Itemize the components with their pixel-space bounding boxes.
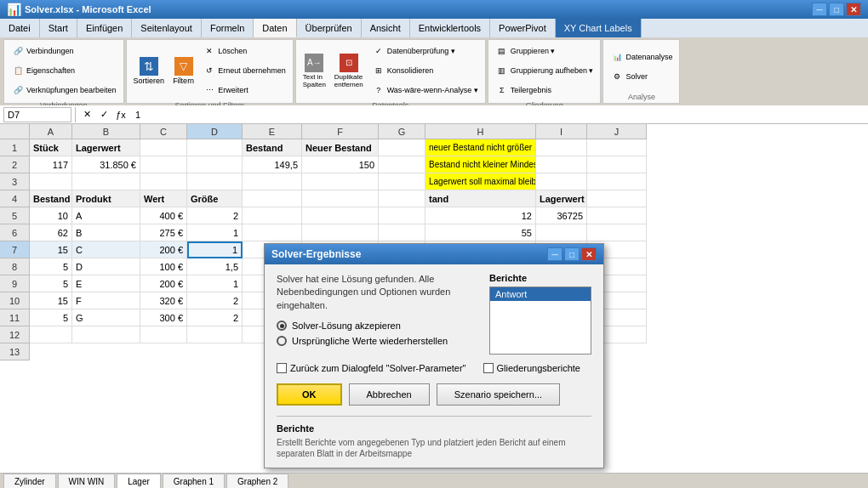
- cell-g2[interactable]: [379, 156, 425, 173]
- row-header-1[interactable]: 1: [0, 139, 30, 156]
- cell-b7[interactable]: C: [72, 241, 140, 258]
- col-header-f[interactable]: F: [302, 124, 379, 139]
- cell-e6[interactable]: [243, 224, 302, 241]
- cancel-formula-button[interactable]: ✕: [79, 107, 94, 122]
- row-header-12[interactable]: 12: [0, 326, 30, 343]
- cell-b11[interactable]: G: [72, 309, 140, 326]
- dialog-minimize-button[interactable]: ─: [547, 247, 562, 261]
- tab-datei[interactable]: Datei: [0, 19, 40, 37]
- cell-c7[interactable]: 200 €: [140, 241, 187, 258]
- btn-loschen[interactable]: ✕ Löschen: [199, 42, 289, 60]
- col-header-i[interactable]: I: [536, 124, 587, 139]
- cell-c9[interactable]: 200 €: [140, 275, 187, 292]
- cell-d12[interactable]: [187, 326, 243, 343]
- btn-verbindungen[interactable]: 🔗 Verbindungen: [8, 42, 120, 60]
- cell-g5[interactable]: [379, 207, 425, 224]
- reports-list[interactable]: Antwort: [489, 287, 591, 355]
- cell-b2[interactable]: 31.850 €: [72, 156, 140, 173]
- cell-j4[interactable]: [587, 190, 647, 207]
- maximize-button[interactable]: □: [829, 3, 844, 16]
- row-header-10[interactable]: 10: [0, 292, 30, 309]
- btn-filtern[interactable]: ▽ Filtern: [169, 54, 197, 88]
- cell-c11[interactable]: 300 €: [140, 309, 187, 326]
- cell-a2[interactable]: 117: [30, 156, 72, 173]
- cell-h5[interactable]: 12: [425, 207, 536, 224]
- tab-seitenlayout[interactable]: Seitenlayout: [132, 19, 202, 37]
- cell-d1[interactable]: [187, 139, 243, 156]
- cell-j3[interactable]: [587, 173, 647, 190]
- radio-restore-values[interactable]: Ursprüngliche Werte wiederherstellen: [277, 336, 481, 346]
- tab-powerpivot[interactable]: PowerPivot: [490, 19, 556, 37]
- cell-i4[interactable]: Lagerwert: [536, 190, 587, 207]
- cell-reference[interactable]: D7: [3, 107, 71, 122]
- cell-b8[interactable]: D: [72, 258, 140, 275]
- cell-d11[interactable]: 2: [187, 309, 243, 326]
- formula-input[interactable]: 1: [132, 109, 865, 121]
- cell-i6[interactable]: [536, 224, 587, 241]
- cell-j1[interactable]: [587, 139, 647, 156]
- cell-d3[interactable]: [187, 173, 243, 190]
- ok-button[interactable]: OK: [277, 383, 342, 406]
- cell-e4[interactable]: [243, 190, 302, 207]
- confirm-formula-button[interactable]: ✓: [96, 107, 111, 122]
- cell-d5[interactable]: 2: [187, 207, 243, 224]
- sheet-tab-graphen1[interactable]: Graphen 1: [163, 474, 225, 488]
- cell-a8[interactable]: 5: [30, 258, 72, 275]
- row-header-7[interactable]: 7: [0, 241, 30, 258]
- btn-konsolidieren[interactable]: ⊞ Konsolidieren: [368, 61, 482, 80]
- cell-c2[interactable]: [140, 156, 187, 173]
- btn-eigenschaften[interactable]: 📋 Eigenschaften: [8, 61, 120, 80]
- col-header-a[interactable]: A: [30, 124, 72, 139]
- cell-c8[interactable]: 100 €: [140, 258, 187, 275]
- tab-daten[interactable]: Daten: [254, 19, 296, 37]
- tab-einfugen[interactable]: Einfügen: [77, 19, 132, 37]
- cell-f4[interactable]: [302, 190, 379, 207]
- cell-b3[interactable]: [72, 173, 140, 190]
- cell-e5[interactable]: [243, 207, 302, 224]
- cell-f5[interactable]: [302, 207, 379, 224]
- btn-erneut[interactable]: ↺ Erneut übernehmen: [199, 61, 289, 80]
- cell-i5[interactable]: 36725: [536, 207, 587, 224]
- col-header-j[interactable]: J: [587, 124, 647, 139]
- row-header-4[interactable]: 4: [0, 190, 30, 207]
- btn-sortieren[interactable]: ⇅ Sortieren: [130, 54, 168, 88]
- cell-d8[interactable]: 1,5: [187, 258, 243, 275]
- sheet-tab-graphen2[interactable]: Graphen 2: [226, 474, 288, 488]
- row-header-8[interactable]: 8: [0, 258, 30, 275]
- cell-d6[interactable]: 1: [187, 224, 243, 241]
- cell-f3[interactable]: [302, 173, 379, 190]
- cell-b4[interactable]: Produkt: [72, 190, 140, 207]
- tab-uberprufen[interactable]: Überprüfen: [297, 19, 362, 37]
- row-header-9[interactable]: 9: [0, 275, 30, 292]
- cell-j6[interactable]: [587, 224, 647, 241]
- cell-i1[interactable]: [536, 139, 587, 156]
- cell-c6[interactable]: 275 €: [140, 224, 187, 241]
- cell-b1[interactable]: Lagerwert: [72, 139, 140, 156]
- cell-d9[interactable]: 1: [187, 275, 243, 292]
- cell-j2[interactable]: [587, 156, 647, 173]
- cell-h6[interactable]: 55: [425, 224, 536, 241]
- cell-h2[interactable]: Bestand nicht kleiner Mindestbestand: [425, 156, 536, 173]
- cell-b12[interactable]: [72, 326, 140, 343]
- row-header-13[interactable]: 13: [0, 343, 30, 360]
- col-header-e[interactable]: E: [243, 124, 302, 139]
- tab-start[interactable]: Start: [40, 19, 77, 37]
- cell-a4[interactable]: Bestand: [30, 190, 72, 207]
- sheet-tab-winwin[interactable]: WIN WIN: [58, 474, 116, 488]
- cell-e1[interactable]: Bestand: [243, 139, 302, 156]
- cell-h4[interactable]: tand: [425, 190, 536, 207]
- insert-function-button[interactable]: ƒx: [113, 107, 128, 122]
- cell-a10[interactable]: 15: [30, 292, 72, 309]
- cell-a7[interactable]: 15: [30, 241, 72, 258]
- cell-c1[interactable]: [140, 139, 187, 156]
- cell-a12[interactable]: [30, 326, 72, 343]
- cell-g6[interactable]: [379, 224, 425, 241]
- save-scenario-button[interactable]: Szenario speichern...: [437, 383, 560, 406]
- col-header-c[interactable]: C: [140, 124, 187, 139]
- tab-xychart[interactable]: XY Chart Labels: [556, 19, 642, 37]
- row-header-6[interactable]: 6: [0, 224, 30, 241]
- cell-d4[interactable]: Größe: [187, 190, 243, 207]
- cell-d7[interactable]: 1: [187, 241, 243, 258]
- sheet-tab-zylinder[interactable]: Zylinder: [3, 474, 56, 488]
- cell-j5[interactable]: [587, 207, 647, 224]
